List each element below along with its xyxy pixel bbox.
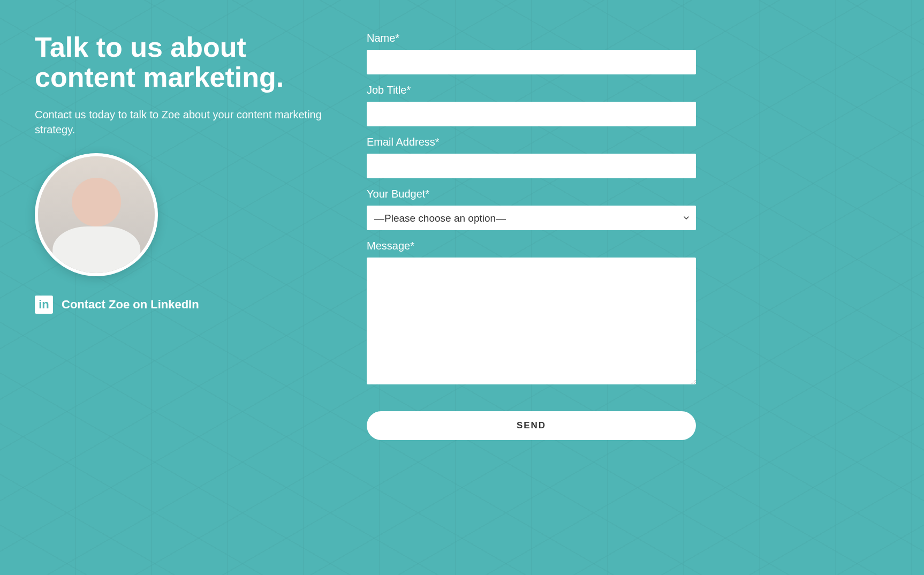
send-button[interactable]: SEND — [367, 411, 696, 440]
email-input[interactable] — [367, 154, 696, 178]
linkedin-link-label: Contact Zoe on LinkedIn — [62, 298, 199, 312]
job-title-input[interactable] — [367, 102, 696, 126]
name-label: Name* — [367, 32, 696, 44]
message-group: Message* — [367, 240, 696, 387]
linkedin-contact-link[interactable]: in Contact Zoe on LinkedIn — [35, 296, 332, 314]
main-container: Talk to us about content marketing. Cont… — [0, 0, 924, 472]
budget-label: Your Budget* — [367, 188, 696, 200]
name-group: Name* — [367, 32, 696, 74]
avatar — [35, 153, 158, 276]
email-group: Email Address* — [367, 136, 696, 178]
message-label: Message* — [367, 240, 696, 252]
budget-group: Your Budget* —Please choose an option— — [367, 188, 696, 230]
budget-select[interactable]: —Please choose an option— — [367, 206, 696, 230]
avatar-image — [38, 156, 155, 273]
contact-form: Name* Job Title* Email Address* Your Bud… — [367, 32, 696, 440]
message-textarea[interactable] — [367, 258, 696, 384]
job-title-group: Job Title* — [367, 84, 696, 126]
info-column: Talk to us about content marketing. Cont… — [35, 32, 332, 440]
form-column: Name* Job Title* Email Address* Your Bud… — [367, 32, 696, 440]
email-label: Email Address* — [367, 136, 696, 148]
name-input[interactable] — [367, 50, 696, 74]
page-heading: Talk to us about content marketing. — [35, 32, 332, 92]
linkedin-icon: in — [35, 296, 53, 314]
job-title-label: Job Title* — [367, 84, 696, 96]
page-subheading: Contact us today to talk to Zoe about yo… — [35, 107, 332, 137]
